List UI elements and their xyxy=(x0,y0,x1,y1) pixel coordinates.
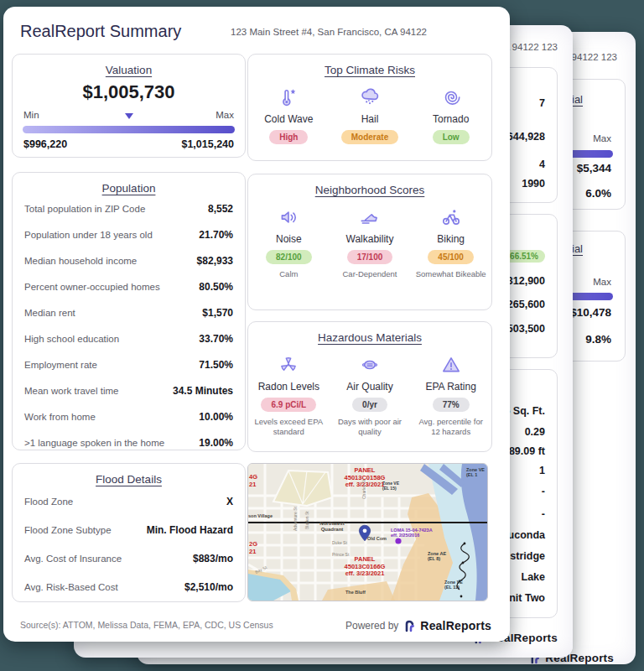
page2-value: 7 xyxy=(539,97,545,109)
tornado-icon xyxy=(440,86,462,108)
row-value: $1,570 xyxy=(202,307,233,319)
page2-value: Lake xyxy=(522,571,546,583)
hail-icon xyxy=(359,86,381,108)
row-label: >1 language spoken in the home xyxy=(24,438,164,448)
hazmat-item-name: Radon Levels xyxy=(258,381,319,393)
valuation-range-bar xyxy=(23,126,235,133)
map-street-label: Prince St xyxy=(332,553,349,558)
report-page-main: RealReport Summary 123 Main Street #4, S… xyxy=(3,7,510,642)
hazmat-item: Radon Levels 6.9 pCi/L Levels exceed EPA… xyxy=(248,354,329,438)
valuation-marker-icon xyxy=(125,113,133,119)
hazmat-title: Hazardous Materials xyxy=(248,331,491,344)
speaker-icon xyxy=(278,206,299,228)
row-label: Work from home xyxy=(24,412,96,422)
row-label: Population under 18 years old xyxy=(24,230,153,240)
flood-row: Avg. Risk-Based Cost $2,510/mo xyxy=(13,581,245,593)
flood-row: Flood Zone X xyxy=(13,496,245,507)
climate-item-name: Hail xyxy=(361,113,379,125)
population-row: High school education 33.70% xyxy=(13,333,245,345)
row-label: High school education xyxy=(24,334,119,344)
score-badge: 17/100 xyxy=(347,250,393,264)
property-address: 123 Main Street #4, San Francisco, CA 94… xyxy=(231,27,427,37)
brand-text: RealReports xyxy=(420,619,491,632)
hazmat-item: EPA Rating 77% Avg. percentile for 12 ha… xyxy=(411,354,491,438)
population-row: Employment rate 71.50% xyxy=(13,359,245,371)
flood-details-card: Flood Details Flood Zone X Flood Zone Su… xyxy=(12,463,246,602)
valuation-title: Valuation xyxy=(13,64,245,76)
page2-value: - xyxy=(542,486,545,497)
page3-card1-title-fragment: ial xyxy=(572,93,583,106)
radiation-icon xyxy=(278,354,299,376)
valuation-value: $1,005,730 xyxy=(13,81,245,103)
valuation-max-value: $1,015,240 xyxy=(181,138,234,150)
hazmat-desc: Levels exceed EPA standard xyxy=(253,417,324,438)
page-title: RealReport Summary xyxy=(20,22,181,41)
hazmat-item-name: EPA Rating xyxy=(425,381,475,393)
neighborhood-item: Biking 45/100 Somewhat Bikeable xyxy=(411,206,491,279)
population-title: Population xyxy=(13,182,245,195)
hazmat-item: Air Quality 0/yr Days with poor air qual… xyxy=(330,354,410,438)
map-panel-label: 2G 21 xyxy=(249,541,257,555)
powered-by-label: Powered by xyxy=(345,620,398,632)
warning-icon xyxy=(440,354,462,376)
population-row: >1 language spoken in the home 19.00% xyxy=(13,437,245,449)
row-value: $2,510/mo xyxy=(184,581,233,593)
valuation-min-value: $996,220 xyxy=(23,138,67,150)
climate-title: Top Climate Risks xyxy=(248,64,491,76)
realreports-logo-icon xyxy=(404,619,416,632)
score-desc: Car-Dependent xyxy=(343,269,397,279)
flood-map: PANEL 45013C0158G eff. 3/23/2021 PANEL 4… xyxy=(247,463,488,601)
row-value: 19.00% xyxy=(199,437,233,449)
score-badge: 82/100 xyxy=(266,250,312,264)
page3-card2-pct: 9.8% xyxy=(585,333,611,346)
map-street-label: Bladen St xyxy=(305,511,310,529)
population-row: Median household income $82,933 xyxy=(13,255,245,267)
page3-card1-value: $5,344 xyxy=(577,162,611,174)
mask-icon xyxy=(359,354,381,376)
row-label: Total population in ZIP Code xyxy=(24,204,145,214)
page3-card1-pct: 6.0% xyxy=(585,187,611,200)
valuation-card: Valuation $1,005,730 Min Max $996,220 $1… xyxy=(12,54,246,158)
neighborhood-item-name: Walkability xyxy=(346,233,394,245)
score-desc: Calm xyxy=(279,269,298,279)
row-value: $883/mo xyxy=(193,553,233,564)
neighborhood-item-name: Noise xyxy=(276,233,302,245)
map-street-label: Charles St xyxy=(362,480,367,499)
neighborhood-scores-card: Neighborhood Scores Noise 82/100 Calm Wa… xyxy=(247,174,492,310)
hazardous-materials-card: Hazardous Materials Radon Levels 6.9 pCi… xyxy=(247,321,492,452)
population-row: Mean work travel time 34.5 Minutes xyxy=(13,385,245,397)
row-value: 71.50% xyxy=(199,359,233,371)
page2-value: 0.29 xyxy=(525,426,545,438)
population-row: Median rent $1,570 xyxy=(13,307,245,319)
page3-card2-title-fragment: ial xyxy=(572,242,583,255)
row-value: 34.5 Minutes xyxy=(173,385,233,397)
row-label: Median rent xyxy=(24,308,75,318)
row-label: Flood Zone Subtype xyxy=(24,525,112,535)
map-street-label: Adventure St xyxy=(293,507,299,531)
map-place-label: Northwest Quadrant xyxy=(314,521,351,533)
map-zone-label: Zone VE (EL 1 xyxy=(466,467,485,478)
row-label: Avg. Cost of Insurance xyxy=(24,554,122,564)
row-label: Median household income xyxy=(24,256,137,266)
flood-title: Flood Details xyxy=(13,473,245,486)
row-value: $82,933 xyxy=(197,255,233,267)
risk-level-badge: Low xyxy=(433,130,470,144)
climate-item: Hail Moderate xyxy=(330,86,410,144)
neighborhood-item: Noise 82/100 Calm xyxy=(248,206,329,279)
climate-item-name: Tornado xyxy=(433,113,469,125)
row-value: 8,552 xyxy=(208,203,233,215)
score-badge: 45/100 xyxy=(428,250,474,264)
row-value: 33.70% xyxy=(199,333,233,345)
map-place-label: The Bluff xyxy=(345,590,366,595)
row-label: Employment rate xyxy=(24,360,97,370)
map-place-label: son Village xyxy=(248,513,273,518)
cold-wave-icon xyxy=(278,86,299,108)
neighborhood-title: Neighborhood Scores xyxy=(248,184,491,196)
flood-row: Avg. Cost of Insurance $883/mo xyxy=(13,553,245,564)
max-label: Max xyxy=(593,133,611,143)
climate-item-name: Cold Wave xyxy=(264,113,313,125)
hazmat-badge: 77% xyxy=(433,398,470,412)
row-value: Min. Flood Hazard xyxy=(147,524,233,536)
score-desc: Somewhat Bikeable xyxy=(416,269,486,279)
page2-value: - xyxy=(542,508,545,520)
